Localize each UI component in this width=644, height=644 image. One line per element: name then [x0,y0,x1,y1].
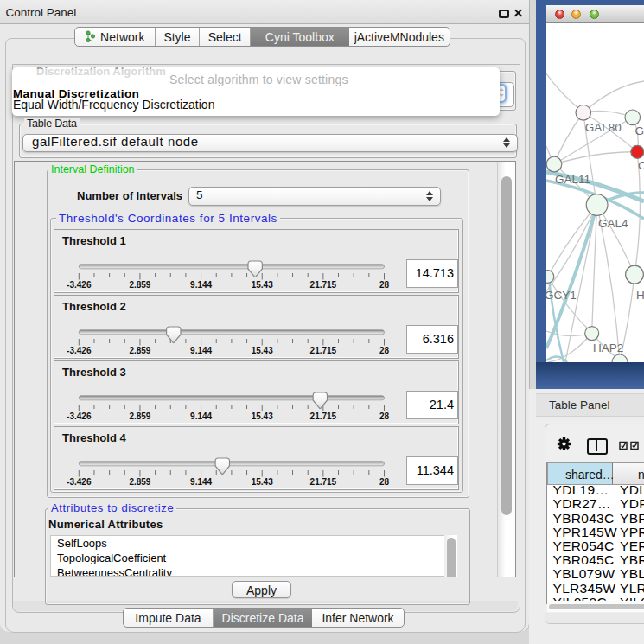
svg-text:Threshold 2: Threshold 2 [62,300,126,313]
svg-text:-3.426: -3.426 [67,477,92,487]
svg-text:Threshold 4: Threshold 4 [62,431,126,444]
svg-text:9.144: 9.144 [190,411,212,421]
svg-text:28: 28 [379,477,390,487]
svg-text:21.715: 21.715 [310,477,337,487]
svg-text:HAP2: HAP2 [593,341,623,354]
svg-text:15.43: 15.43 [252,477,273,487]
svg-text:9.144: 9.144 [190,477,212,487]
svg-text:GAL11: GAL11 [555,173,590,186]
svg-text:GAL80: GAL80 [585,121,622,134]
svg-text:Threshold 1: Threshold 1 [62,234,126,247]
svg-text:21.715: 21.715 [310,346,337,355]
svg-text:H: H [636,289,644,302]
svg-text:2.859: 2.859 [129,346,150,355]
svg-text:28: 28 [379,280,390,290]
svg-text:21.715: 21.715 [310,280,337,290]
svg-text:9.144: 9.144 [190,280,212,290]
svg-text:28: 28 [379,411,390,421]
svg-text:28: 28 [379,346,390,355]
svg-text:-3.426: -3.426 [67,346,92,355]
svg-text:9.144: 9.144 [190,346,212,355]
svg-text:15.43: 15.43 [252,346,273,355]
svg-text:C: C [638,159,644,172]
svg-text:GCY1: GCY1 [546,289,577,302]
svg-text:21.715: 21.715 [310,411,337,421]
svg-text:GAL4: GAL4 [598,217,628,230]
svg-text:2.859: 2.859 [129,477,150,487]
svg-text:-3.426: -3.426 [67,280,92,290]
svg-text:-3.426: -3.426 [67,411,92,421]
svg-text:GA: GA [635,124,644,137]
svg-text:2.859: 2.859 [129,280,150,290]
svg-text:15.43: 15.43 [252,280,273,290]
svg-text:15.43: 15.43 [252,411,273,421]
svg-text:2.859: 2.859 [129,411,150,421]
svg-text:Threshold 3: Threshold 3 [62,366,126,379]
